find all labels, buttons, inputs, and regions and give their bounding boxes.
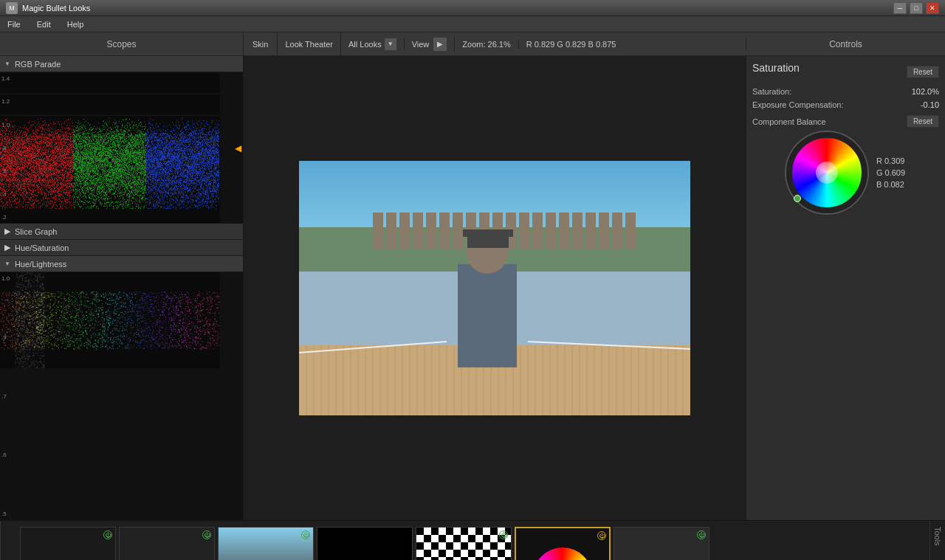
hue-saturation-label: Hue/Saturation — [15, 243, 69, 252]
looks-label: Looks — [0, 521, 16, 560]
preview-canvas — [299, 161, 690, 415]
spot-exposure-thumb: S — [21, 528, 115, 560]
controls-section-label: Controls — [746, 39, 945, 49]
diffusion-power-icon[interactable]: ⏻ — [202, 530, 211, 539]
hue-lightness-header[interactable]: ▼ Hue/Lightness — [0, 256, 243, 272]
component-balance-label: Component Balance — [752, 117, 826, 126]
rgb-parade-arrow-icon: ▼ — [4, 61, 10, 67]
rgb-parade-header[interactable]: ▼ RGB Parade — [0, 56, 243, 72]
app-icon: M — [6, 2, 18, 14]
edge-softness-power-icon[interactable]: ⏻ — [499, 530, 508, 539]
menu-help[interactable]: Help — [64, 18, 87, 30]
color-wheel-wrapper[interactable] — [786, 132, 867, 213]
exposure-label: Exposure Compensation: — [752, 100, 902, 109]
exposure-row: Exposure Compensation: -0.10 — [752, 100, 939, 109]
pop-letter: P — [649, 555, 675, 560]
diffusion-thumb: D — [120, 528, 214, 560]
rgb-parade-chart: 1.41.21.0.8.6.4.2 ◀ — [0, 72, 243, 224]
b-value-row: B 0.082 — [876, 180, 905, 189]
saturation-row: Saturation: 102.0% — [752, 87, 939, 96]
b-value: B 0.082 — [876, 180, 904, 189]
rgb-marker-arrow: ◀ — [235, 143, 241, 153]
g-value-row: G 0.609 — [876, 168, 905, 177]
color-info: R 0.829 G 0.829 B 0.875 — [519, 40, 746, 49]
view-label: View — [412, 40, 430, 49]
maximize-button[interactable]: □ — [910, 2, 923, 14]
skin-button[interactable]: Skin — [244, 32, 278, 55]
all-looks-dropdown[interactable]: All Looks ▼ — [341, 38, 405, 50]
checkerboard-bg — [416, 528, 511, 560]
looks-tools-bar: Looks ⏻ S Spot Exposure ⏻ D Diffusion ⏻ — [0, 521, 945, 560]
scopes-panel: ▼ RGB Parade 1.41.21.0.8.6.4.2 ◀ ▶ Slice… — [0, 56, 244, 520]
gradient-bg — [219, 528, 313, 560]
pop-thumb: P — [614, 528, 709, 560]
preview-panel — [244, 56, 746, 520]
look-theater-label: Look Theater — [278, 32, 341, 55]
hue-lightness-canvas — [0, 272, 220, 368]
main-content: ▼ RGB Parade 1.41.21.0.8.6.4.2 ◀ ▶ Slice… — [0, 56, 945, 520]
r-value-row: R 0.309 — [876, 156, 905, 165]
play-button[interactable]: ▶ — [433, 38, 447, 51]
hue-lightness-y-axis: 1.0.9.7.6.5 — [0, 272, 15, 520]
minimize-button[interactable]: ─ — [893, 2, 907, 14]
hue-lightness-arrow-icon: ▼ — [4, 260, 10, 267]
hue-lightness-chart: 1.0.9.7.6.5 — [0, 272, 243, 520]
tools-label: Tools — [929, 521, 945, 560]
rgb-y-axis: 1.41.21.0.8.6.4.2 — [0, 72, 15, 224]
tool-card-edge-softness[interactable]: ⏻ Edge Softness — [416, 527, 512, 560]
close-button[interactable]: ✕ — [926, 2, 939, 14]
component-balance-section: Component Balance Reset — [752, 115, 939, 128]
tool-card-spot-exposure[interactable]: ⏻ S Spot Exposure — [20, 527, 116, 560]
spot-exposure-power-icon[interactable]: ⏻ — [103, 530, 112, 539]
dropdown-arrow-icon[interactable]: ▼ — [385, 38, 396, 50]
rgb-canvas — [0, 72, 220, 224]
menu-file[interactable]: File — [4, 18, 24, 30]
gradient-power-icon[interactable]: ⏻ — [301, 530, 310, 539]
controls-panel: Saturation Reset Saturation: 102.0% Expo… — [746, 56, 945, 520]
menu-bar: File Edit Help — [0, 16, 945, 32]
preview-image — [299, 161, 690, 415]
pop-power-icon[interactable]: ⏻ — [697, 530, 706, 539]
bottom-bar: Looks ⏻ S Spot Exposure ⏻ D Diffusion ⏻ — [0, 520, 945, 560]
anamorphic-thumb — [317, 528, 412, 560]
zoom-info: Zoom: 26.1% — [455, 40, 518, 49]
tool-items: ⏻ S Spot Exposure ⏻ D Diffusion ⏻ — [16, 521, 929, 560]
tool-card-anamorphic-flare[interactable]: ⏻ Anamorphic Flare — [317, 527, 413, 560]
scopes-label: Scopes — [106, 39, 136, 49]
saturation-label: Saturation: — [752, 87, 902, 96]
saturation-value: 102.0% — [902, 87, 939, 96]
wheel-indicator — [794, 195, 801, 202]
hue-sat-arrow-icon: ▶ — [4, 243, 10, 252]
component-balance-reset-button[interactable]: Reset — [907, 115, 939, 128]
menu-edit[interactable]: Edit — [34, 18, 54, 30]
app-title: Magic Bullet Looks — [22, 4, 893, 13]
tool-card-diffusion[interactable]: ⏻ D Diffusion — [119, 527, 215, 560]
tool-card-pop[interactable]: ⏻ P Pop — [614, 527, 709, 560]
saturation-thumb — [516, 528, 609, 560]
hue-lightness-label: Hue/Lightness — [15, 260, 66, 269]
window-controls: ─ □ ✕ — [893, 2, 939, 14]
view-section: View ▶ — [405, 38, 456, 51]
slice-graph-header[interactable]: ▶ Slice Graph — [0, 224, 243, 240]
spot-s-letter: S — [55, 555, 81, 560]
saturation-title: Saturation — [752, 62, 800, 74]
slice-graph-arrow-icon: ▶ — [4, 227, 10, 236]
anamorphic-bg — [317, 528, 412, 560]
saturation-power-icon[interactable]: ⏻ — [597, 531, 606, 540]
tool-card-saturation[interactable]: ⏻ Saturation — [515, 527, 611, 560]
toolbar: Scopes Skin Look Theater All Looks ▼ Vie… — [0, 32, 945, 56]
tool-card-gradient[interactable]: ⏻ Gradient — [218, 527, 314, 560]
scopes-section-label: Scopes — [0, 32, 244, 55]
edge-softness-thumb — [416, 528, 511, 560]
saturation-reset-button[interactable]: Reset — [907, 66, 939, 78]
title-bar: M Magic Bullet Looks ─ □ ✕ — [0, 0, 945, 16]
r-value: R 0.309 — [876, 156, 905, 165]
rgb-parade-label: RGB Parade — [15, 60, 61, 69]
saturation-wheel — [533, 547, 592, 560]
exposure-value: -0.10 — [902, 100, 939, 109]
hue-saturation-header[interactable]: ▶ Hue/Saturation — [0, 240, 243, 256]
g-value: G 0.609 — [876, 168, 905, 177]
gradient-thumb — [219, 528, 313, 560]
all-looks-label: All Looks — [348, 40, 382, 49]
rgb-values: R 0.309 G 0.609 B 0.082 — [876, 156, 905, 189]
